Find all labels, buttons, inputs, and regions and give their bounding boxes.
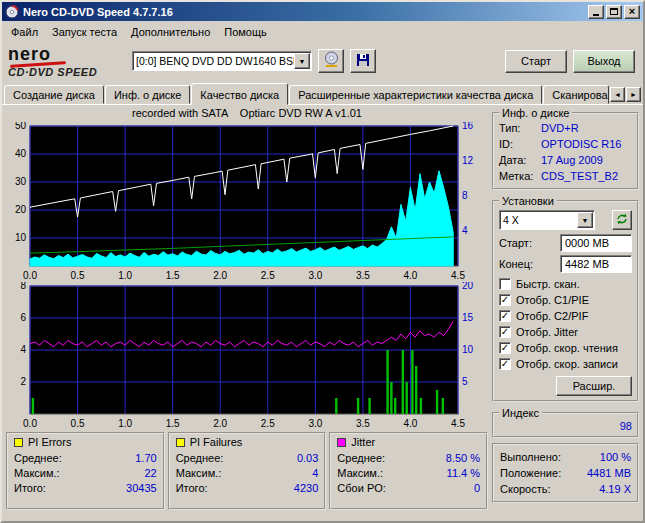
stat-box-pi-errors: PI Errors Среднее:1.70 Максим.:22 Итого:… (6, 432, 165, 510)
tab-disc-quality[interactable]: Качество диска (191, 83, 288, 105)
stat-value: 30435 (126, 481, 157, 496)
menu-file[interactable]: Файл (4, 23, 45, 41)
svg-text:4.0: 4.0 (403, 270, 417, 281)
info-label: ID: (499, 136, 541, 152)
refresh-icon (616, 213, 628, 228)
window-controls: × (588, 5, 640, 19)
stat-title: PI Failures (190, 436, 243, 448)
status-row: Положение:4481 MB (500, 465, 631, 481)
stat-title: Jitter (351, 436, 375, 448)
pi-failures-legend-square (176, 438, 185, 447)
checkbox-show-read-speed[interactable]: ✓ Отобр. скор. чтения (499, 340, 632, 356)
stat-row: Максим.:4 (176, 466, 319, 481)
stats-row: PI Errors Среднее:1.70 Максим.:22 Итого:… (6, 432, 488, 510)
checkbox-label: Отобр. C2/PIF (516, 308, 588, 324)
chevron-down-icon[interactable]: ▼ (577, 212, 593, 228)
menu-run-test[interactable]: Запуск теста (45, 23, 124, 41)
check-icon: ✓ (501, 311, 509, 321)
check-icon: ✓ (501, 359, 509, 369)
tab-disc-info[interactable]: Инф. о диске (105, 85, 190, 104)
disc-info-row: Метка:CDS_TEST_B2 (499, 168, 632, 184)
start-position-field[interactable] (560, 234, 632, 252)
info-label: Дата: (499, 152, 541, 168)
checkbox-show-jitter[interactable]: ✓ Отобр. Jitter (499, 324, 632, 340)
stat-label: Максим.: (337, 466, 383, 481)
tab-scroll-right[interactable]: ► (626, 87, 641, 102)
stat-box-jitter: Jitter Среднее:8.50 % Максим.:11.4 % Сбо… (329, 432, 488, 510)
svg-text:8: 8 (462, 190, 468, 201)
stat-value: 4230 (294, 481, 318, 496)
check-icon: ✓ (501, 343, 509, 353)
stat-value: 11.4 % (447, 466, 480, 481)
drive-select[interactable]: [0:0] BENQ DVD DD DW1640 BSRB ▼ (132, 51, 312, 71)
svg-text:4: 4 (20, 344, 26, 355)
stat-value: 1.70 (135, 451, 156, 466)
end-position-field[interactable] (560, 255, 632, 273)
menu-extra[interactable]: Дополнительно (124, 23, 217, 41)
checkbox-box[interactable]: ✓ (499, 358, 511, 370)
checkbox-fast-scan[interactable]: ✓ Быстр. скан. (499, 276, 632, 292)
tab-scan-disc[interactable]: Сканирование (543, 85, 609, 104)
svg-text:1.5: 1.5 (166, 270, 180, 281)
tab-scroll-left[interactable]: ◄ (610, 87, 625, 102)
disc-info-row: Тип:DVD+R (499, 120, 632, 136)
stat-row: Среднее:0.03 (176, 451, 319, 466)
checkbox-show-c2pif[interactable]: ✓ Отобр. C2/PIF (499, 308, 632, 324)
eject-button[interactable] (318, 49, 344, 73)
tab-scroll-controls: ◄ ► (610, 87, 641, 102)
exit-button[interactable]: Выход (573, 50, 635, 73)
stat-row: Максим.:11.4 % (337, 466, 480, 481)
minimize-button[interactable] (588, 5, 604, 19)
info-label: Метка: (499, 168, 541, 184)
checkbox-show-write-speed[interactable]: ✓ Отобр. скор. записи (499, 356, 632, 372)
stat-label: Итого: (176, 481, 208, 496)
svg-text:2.0: 2.0 (213, 270, 227, 281)
refresh-speed-button[interactable] (612, 210, 632, 230)
checkbox-box[interactable]: ✓ (499, 294, 511, 306)
stat-value: 4 (312, 466, 318, 481)
svg-text:4.0: 4.0 (403, 418, 417, 429)
stat-value: 0.03 (297, 451, 318, 466)
tab-create-disc[interactable]: Создание диска (4, 85, 104, 104)
settings-title: Установки (499, 195, 557, 207)
svg-text:0.0: 0.0 (23, 270, 37, 281)
svg-text:20: 20 (462, 282, 474, 291)
index-value: 98 (620, 420, 632, 432)
svg-text:0.5: 0.5 (71, 418, 85, 429)
tab-bar: Создание диска Инф. о диске Качество дис… (2, 82, 643, 105)
speed-select[interactable]: 4 X ▼ (499, 210, 595, 230)
checkbox-box[interactable]: ✓ (499, 310, 511, 322)
menu-help[interactable]: Помощь (217, 23, 274, 41)
close-button[interactable]: × (624, 5, 640, 19)
checkbox-box[interactable]: ✓ (499, 342, 511, 354)
svg-text:2: 2 (20, 376, 26, 387)
svg-text:1.0: 1.0 (118, 270, 132, 281)
save-button[interactable] (350, 49, 376, 73)
status-row: Скорость:4.19 X (500, 481, 631, 497)
stat-label: Максим.: (14, 466, 60, 481)
tab-advanced-quality[interactable]: Расширенные характеристики качества диск… (289, 85, 542, 104)
stat-label: Среднее: (176, 451, 224, 466)
disc-info-row: ID:OPTODISC R16 (499, 136, 632, 152)
menubar: Файл Запуск теста Дополнительно Помощь (2, 21, 643, 42)
svg-text:1.0: 1.0 (118, 418, 132, 429)
maximize-icon (610, 8, 618, 15)
stat-row: Среднее:8.50 % (337, 451, 480, 466)
start-button[interactable]: Старт (505, 50, 567, 73)
toolbar: nero CD·DVD SPEED [0:0] BENQ DVD DD DW16… (2, 42, 643, 82)
svg-text:4.5: 4.5 (451, 418, 465, 429)
side-panel: Инф. о диске Тип:DVD+R ID:OPTODISC R16 Д… (488, 107, 641, 519)
maximize-button[interactable] (606, 5, 622, 19)
checkbox-box[interactable]: ✓ (499, 278, 511, 290)
chart-header: recorded with SATA Optiarc DVD RW A v1.0… (6, 107, 488, 122)
checkbox-show-c1pie[interactable]: ✓ Отобр. C1/PIE (499, 292, 632, 308)
checkbox-box[interactable]: ✓ (499, 326, 511, 338)
chevron-down-icon[interactable]: ▼ (294, 53, 310, 69)
drive-select-value: [0:0] BENQ DVD DD DW1640 BSRB (133, 55, 294, 67)
svg-text:2.0: 2.0 (213, 418, 227, 429)
advanced-button[interactable]: Расшир. (556, 376, 632, 396)
info-label: Тип: (499, 120, 541, 136)
pif-jitter-chart: 0.00.51.01.52.02.53.03.54.04.52468510152… (6, 282, 484, 430)
check-icon: ✓ (501, 295, 509, 305)
svg-text:6: 6 (20, 312, 26, 323)
